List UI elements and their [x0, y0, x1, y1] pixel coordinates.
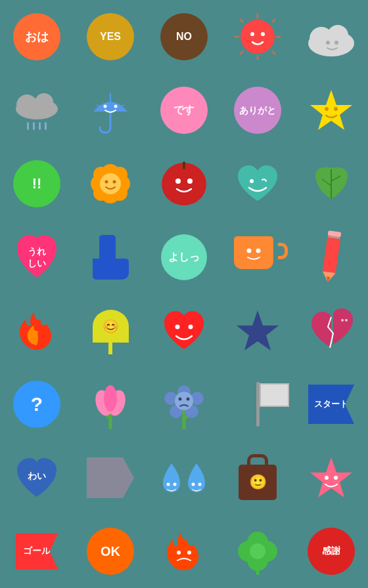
cell-flower-sad[interactable]	[147, 368, 221, 441]
cell-cloud-rain[interactable]	[0, 74, 74, 147]
svg-line-7	[272, 19, 275, 22]
cell-bag[interactable]: 🙂	[221, 441, 294, 514]
svg-text:しい: しい	[28, 258, 46, 268]
svg-marker-53	[237, 310, 279, 350]
star-dark-icon	[234, 307, 281, 354]
cell-star-yellow[interactable]	[294, 74, 368, 147]
svg-point-66	[175, 392, 193, 410]
cell-oha[interactable]: おは	[0, 0, 74, 74]
tulip-icon	[89, 380, 132, 429]
boot-icon	[93, 235, 129, 280]
cell-arigato[interactable]: ありがと	[221, 74, 294, 147]
question-badge: ?	[13, 381, 60, 428]
cell-uresii[interactable]: うれ しい	[0, 220, 74, 294]
cell-fire[interactable]	[0, 294, 74, 368]
cell-star-pink[interactable]	[294, 441, 368, 514]
sun-icon	[231, 10, 284, 63]
emoji-grid: おは YES NO	[0, 0, 368, 588]
cell-heart-face[interactable]	[147, 294, 221, 368]
cell-no[interactable]: NO	[147, 0, 221, 74]
cell-question[interactable]: ?	[0, 368, 74, 441]
bag-icon: 🙂	[237, 454, 278, 501]
heart-wai-icon: わい	[13, 454, 60, 501]
svg-point-36	[175, 178, 181, 184]
svg-point-14	[326, 41, 330, 45]
yoshi-badge: よしっ	[161, 234, 207, 280]
svg-point-72	[173, 483, 177, 486]
cell-flower[interactable]	[74, 147, 147, 220]
heart-teal-icon	[235, 163, 281, 205]
cell-flag-white[interactable]	[221, 368, 294, 441]
rain-drops	[27, 122, 47, 130]
clover-icon	[234, 528, 281, 575]
desu-badge: です	[160, 87, 208, 134]
cell-tulip[interactable]	[74, 368, 147, 441]
kansha-badge: 感謝	[308, 528, 355, 575]
cell-pencil[interactable]	[294, 220, 368, 294]
cell-heart-wai[interactable]: わい	[0, 441, 74, 514]
cell-leaf[interactable]	[294, 147, 368, 220]
svg-point-33	[100, 173, 121, 194]
cell-ok[interactable]: OK	[74, 514, 147, 588]
cell-fire-face[interactable]	[147, 514, 221, 588]
cell-cloud-white[interactable]	[294, 0, 368, 74]
cell-umbrella[interactable]	[74, 74, 147, 147]
flag-goal-badge: ゴール	[16, 534, 58, 570]
cloud-rain-icon	[12, 91, 62, 130]
svg-point-24	[334, 107, 338, 111]
cell-heart-broken[interactable]	[294, 294, 368, 368]
cell-heart-teal[interactable]	[221, 147, 294, 220]
svg-point-78	[177, 551, 181, 555]
svg-rect-48	[323, 238, 340, 273]
svg-marker-75	[310, 457, 352, 497]
cell-boot[interactable]	[74, 220, 147, 294]
ok-badge: OK	[87, 528, 134, 575]
svg-point-71	[167, 483, 170, 486]
svg-point-55	[345, 319, 348, 322]
cell-apple[interactable]	[147, 147, 221, 220]
svg-line-5	[272, 51, 275, 54]
svg-point-76	[325, 476, 329, 480]
cell-flag-start[interactable]: スタート	[294, 368, 368, 441]
cell-exclaim[interactable]: !!	[0, 147, 74, 220]
svg-point-21	[114, 105, 118, 108]
cell-cup[interactable]	[221, 220, 294, 294]
yes-badge: YES	[87, 13, 134, 60]
cell-clover[interactable]	[221, 514, 294, 588]
pencil-icon	[319, 230, 344, 284]
cell-star-dark[interactable]	[221, 294, 294, 368]
svg-point-37	[187, 178, 193, 184]
drops-icon	[162, 462, 206, 494]
svg-line-6	[240, 51, 243, 54]
heart-face-icon	[161, 308, 207, 353]
svg-point-38	[250, 179, 254, 183]
svg-point-8	[241, 20, 275, 54]
cup-icon	[234, 236, 281, 279]
exclaim-badge: !!	[13, 160, 60, 207]
oha-badge: おは	[13, 13, 60, 60]
cell-sun[interactable]	[221, 0, 294, 74]
no-badge: NO	[160, 13, 208, 60]
cell-desu[interactable]: です	[147, 74, 221, 147]
cell-drops[interactable]	[147, 441, 221, 514]
leaf-icon	[310, 163, 353, 205]
svg-point-15	[334, 41, 338, 45]
cell-kansha[interactable]: 感謝	[294, 514, 368, 588]
cell-flag-goal[interactable]: ゴール	[0, 514, 74, 588]
svg-line-4	[240, 19, 243, 22]
cell-yes[interactable]: YES	[74, 0, 147, 74]
flag-white-icon	[256, 382, 260, 427]
cell-yoshi[interactable]: よしっ	[147, 220, 221, 294]
svg-marker-70	[87, 457, 134, 498]
svg-point-79	[187, 551, 191, 555]
bag-face-icon: 🙂	[249, 474, 267, 491]
svg-point-35	[113, 180, 116, 184]
svg-point-77	[334, 476, 338, 480]
cell-ginkgo[interactable]: 😊	[74, 294, 147, 368]
heart-uresii-icon: うれ しい	[14, 232, 60, 283]
svg-point-67	[178, 397, 181, 400]
svg-point-52	[189, 325, 193, 329]
cell-pointer-gray[interactable]	[74, 441, 147, 514]
svg-point-9	[250, 32, 254, 36]
pointer-gray-icon	[87, 457, 134, 498]
